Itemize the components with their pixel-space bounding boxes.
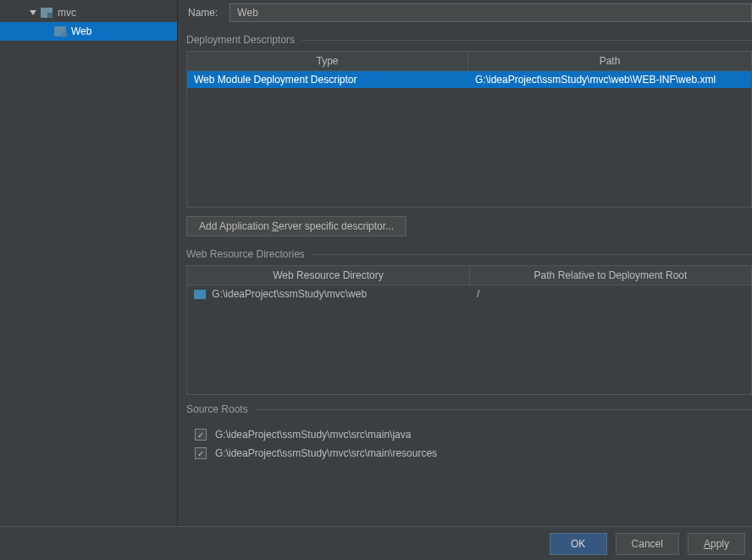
tree-node-web[interactable]: Web [0, 22, 177, 41]
folder-icon [41, 8, 53, 18]
module-tree-panel: mvc Web [0, 0, 178, 526]
cell-relative-path: / [470, 286, 751, 302]
cell-directory: G:\ideaProject\ssmStudy\mvc\web [187, 286, 470, 302]
source-root-item[interactable]: ✓ G:\ideaProject\ssmStudy\mvc\src\main\r… [195, 444, 752, 463]
cancel-button[interactable]: Cancel [616, 533, 679, 555]
column-header-type[interactable]: Type [187, 52, 468, 70]
dialog-button-bar: OK Cancel Apply [0, 526, 752, 560]
checkbox-icon[interactable]: ✓ [195, 447, 207, 459]
svg-marker-0 [30, 10, 36, 15]
source-root-path: G:\ideaProject\ssmStudy\mvc\src\main\res… [215, 447, 437, 459]
column-header-directory[interactable]: Web Resource Directory [187, 266, 470, 285]
section-header-web-resource-directories: Web Resource Directories [180, 245, 752, 265]
table-row[interactable]: Web Module Deployment Descriptor G:\idea… [187, 71, 751, 88]
deployment-descriptors-table: Type Path Web Module Deployment Descript… [186, 51, 752, 208]
ok-button[interactable]: OK [550, 533, 607, 555]
section-header-deployment-descriptors: Deployment Descriptors [180, 30, 752, 51]
tree-node-label: mvc [58, 7, 76, 19]
tree-node-mvc[interactable]: mvc [0, 3, 177, 22]
source-root-path: G:\ideaProject\ssmStudy\mvc\src\main\jav… [215, 429, 411, 441]
facet-config-panel: Name: Deployment Descriptors Type Path W… [178, 0, 752, 526]
apply-button[interactable]: Apply [688, 533, 745, 555]
name-input[interactable] [229, 3, 752, 22]
column-header-relative-path[interactable]: Path Relative to Deployment Root [470, 266, 751, 285]
section-header-source-roots: Source Roots [180, 400, 752, 420]
name-label: Name: [188, 7, 218, 19]
web-resource-table: Web Resource Directory Path Relative to … [186, 265, 752, 395]
cell-type: Web Module Deployment Descriptor [187, 71, 468, 88]
cell-path: G:\ideaProject\ssmStudy\mvc\web\WEB-INF\… [468, 71, 751, 88]
column-header-path[interactable]: Path [468, 52, 751, 70]
checkbox-icon[interactable]: ✓ [195, 429, 207, 441]
chevron-down-icon [29, 8, 37, 17]
web-facet-icon [54, 26, 66, 36]
folder-icon [194, 290, 206, 299]
add-descriptor-button[interactable]: Add Application Server specific descript… [186, 216, 406, 236]
source-root-item[interactable]: ✓ G:\ideaProject\ssmStudy\mvc\src\main\j… [195, 425, 752, 444]
table-row[interactable]: G:\ideaProject\ssmStudy\mvc\web / [187, 286, 751, 302]
tree-node-label: Web [71, 25, 91, 37]
